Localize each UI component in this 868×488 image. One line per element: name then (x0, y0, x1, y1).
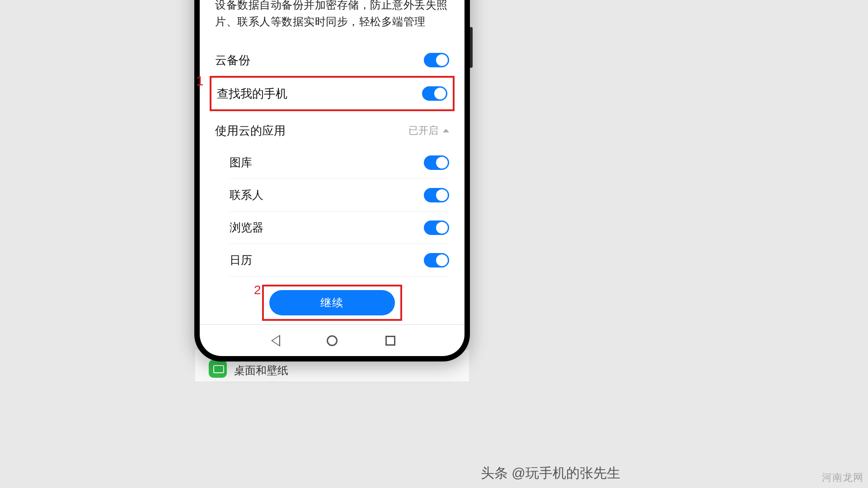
phone-frame: 设备数据自动备份并加密存储，防止意外丢失照片、联系人等数据实时同步，轻松多端管理… (194, 0, 470, 361)
label-contacts: 联系人 (230, 188, 263, 202)
annotation-2: 2 (254, 283, 261, 297)
label-cloud-backup: 云备份 (215, 52, 250, 68)
wallpaper-icon (209, 360, 227, 378)
watermark-author: 头条 @玩手机的张先生 (481, 464, 620, 483)
nav-home-icon[interactable] (326, 334, 338, 347)
cloud-description: 设备数据自动备份并加密存储，防止意外丢失照片、联系人等数据实时同步，轻松多端管理 (215, 0, 449, 30)
continue-button[interactable]: 继续 (269, 290, 395, 315)
toggle-contacts[interactable] (424, 188, 449, 202)
row-contacts[interactable]: 联系人 (230, 179, 449, 211)
chevron-up-icon (443, 129, 449, 132)
nav-recent-icon[interactable] (384, 334, 397, 347)
screen-content: 设备数据自动备份并加密存储，防止意外丢失照片、联系人等数据实时同步，轻松多端管理… (200, 0, 464, 321)
label-gallery: 图库 (230, 155, 252, 170)
row-calendar[interactable]: 日历 (230, 244, 449, 277)
toggle-calendar[interactable] (424, 253, 449, 267)
row-browser[interactable]: 浏览器 (230, 211, 449, 244)
toggle-find-my-phone[interactable] (422, 86, 447, 101)
watermark-site: 河南龙网 (822, 471, 863, 484)
cloud-apps-status-wrap: 已开启 (408, 124, 449, 137)
phone-side-button (470, 27, 473, 68)
nav-bar (200, 324, 464, 356)
row-cloud-backup[interactable]: 云备份 (215, 44, 449, 76)
row-cloud-apps[interactable]: 使用云的应用 已开启 (215, 115, 449, 146)
toggle-cloud-backup[interactable] (424, 53, 449, 67)
wallpaper-label: 桌面和壁纸 (234, 363, 288, 378)
nav-back-icon[interactable] (267, 334, 280, 347)
label-browser: 浏览器 (230, 220, 263, 235)
phone-screen: 设备数据自动备份并加密存储，防止意外丢失照片、联系人等数据实时同步，轻松多端管理… (200, 0, 464, 356)
label-calendar: 日历 (230, 253, 252, 267)
label-cloud-apps: 使用云的应用 (215, 123, 286, 139)
row-gallery[interactable]: 图库 (230, 146, 449, 179)
continue-highlight-box: 继续 (262, 285, 402, 321)
toggle-browser[interactable] (424, 221, 449, 235)
cloud-apps-status: 已开启 (408, 124, 438, 137)
row-find-my-phone[interactable]: 查找我的手机 (210, 76, 455, 111)
toggle-gallery[interactable] (424, 155, 449, 170)
label-find-my-phone: 查找我的手机 (217, 86, 287, 102)
annotation-1: 1 (196, 73, 204, 89)
